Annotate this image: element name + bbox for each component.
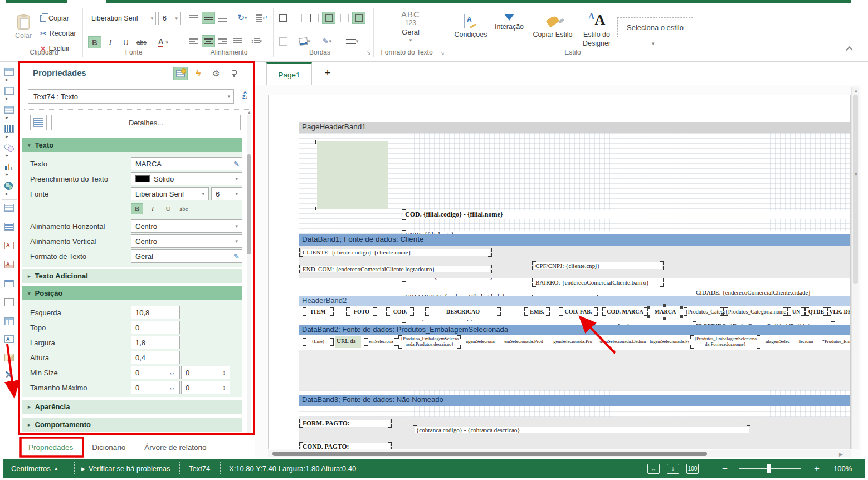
data2-cell[interactable]: *Produtos_Embala	[819, 339, 851, 345]
horizontal-scrollbar-thumb[interactable]	[272, 452, 707, 456]
add-page-button[interactable]: +	[321, 67, 334, 79]
select-style-caret[interactable]: ▾	[652, 41, 655, 46]
properties-view-button[interactable]	[173, 67, 188, 80]
data2-url-image-cell[interactable]: URL da	[335, 336, 361, 348]
field-form-pagto-value[interactable]: {cobranca.codigo} - {cobranca.descricao}	[415, 427, 749, 433]
maxsize-height-input[interactable]: 0↕	[181, 381, 230, 394]
tab-page1[interactable]: Page1	[266, 62, 312, 85]
shapes-icon[interactable]	[4, 144, 14, 151]
align-center-button[interactable]	[202, 35, 215, 47]
cut-button[interactable]: ✂Recortar	[40, 28, 76, 39]
data2-fornecedor-cell[interactable]: {Produtos_EmbalagemSelecionada.Fornecedo…	[692, 336, 759, 347]
logo-image-placeholder[interactable]	[317, 141, 388, 209]
column-header[interactable]: EMB.	[526, 308, 548, 315]
data2-cell[interactable]: {Line}	[304, 339, 332, 345]
horizontal-scrollbar[interactable]: ▶	[268, 450, 851, 457]
text-rotation-button[interactable]: ↻▾	[233, 12, 252, 24]
border-top-button[interactable]	[322, 12, 335, 24]
bold-button[interactable]: B	[88, 36, 101, 48]
vertical-scrollbar-thumb[interactable]	[853, 95, 858, 284]
designer-style-button[interactable]: AA Estilo doDesigner	[578, 12, 615, 48]
expander-icon[interactable]: ▶	[6, 96, 8, 100]
table-icon[interactable]	[4, 317, 14, 325]
line-spacing-button[interactable]: ↕▾	[246, 35, 266, 47]
chart-icon[interactable]	[4, 163, 13, 170]
align-middle-button[interactable]	[202, 12, 215, 24]
panel-icon[interactable]	[4, 280, 14, 287]
expander-icon[interactable]: ▶	[6, 192, 8, 195]
tools-icon[interactable]	[4, 370, 14, 378]
expander-icon[interactable]: ▶	[6, 77, 8, 81]
pin-panel-button[interactable]	[227, 67, 241, 80]
paste-button[interactable]: Colar	[11, 15, 36, 40]
column-header[interactable]: FOTO	[348, 308, 376, 315]
column-header[interactable]: UN	[789, 308, 803, 315]
fill-color-button[interactable]: ▾	[295, 35, 314, 47]
card-icon[interactable]	[4, 106, 14, 114]
details-button[interactable]: Detalhes...	[51, 115, 241, 130]
borders-dialog-launcher[interactable]: ↘	[367, 50, 371, 56]
zoom-out-button[interactable]: −	[722, 459, 728, 478]
align-bottom-button[interactable]	[216, 12, 230, 24]
zoom-in-button[interactable]: +	[814, 459, 820, 478]
field-cond-pagto-label[interactable]: COND. PAGTO:	[301, 443, 390, 449]
font-color-button[interactable]: A▾	[154, 36, 173, 48]
band-data3-title[interactable]: DataBand3; Fonte de dados: Não Nomeado	[299, 395, 851, 406]
interaction-button[interactable]: Interação	[491, 14, 527, 31]
section-aparencia[interactable]: ▸Aparência	[22, 400, 242, 414]
band-data1-title[interactable]: DataBand1; Fonte de dados: Cliente	[299, 234, 851, 246]
section-texto[interactable]: ▾Texto	[22, 138, 242, 152]
field-form-pagto-label[interactable]: FORM. PAGTO:	[301, 420, 390, 427]
format-edit-pencil-icon[interactable]: ✎	[231, 249, 242, 263]
scroll-up-icon[interactable]: ▲	[854, 88, 859, 94]
properties-scrollbar-thumb[interactable]	[247, 154, 251, 254]
underline-toggle[interactable]: U	[162, 203, 174, 214]
border-right-button[interactable]	[338, 12, 351, 24]
data2-cell[interactable]: gemSelecionada.Pro	[549, 339, 596, 345]
minsize-height-input[interactable]: 0↕	[181, 366, 230, 379]
border-bottom-button[interactable]	[352, 12, 365, 24]
column-header[interactable]: COD. FAB.	[560, 308, 596, 315]
field-cliente[interactable]: CLIENTE: {cliente.codigo}-{cliente.nome}	[301, 249, 490, 256]
column-header[interactable]: QTDE	[807, 308, 826, 315]
expander-icon[interactable]: ▶	[6, 153, 8, 157]
border-left-button[interactable]	[308, 12, 321, 24]
font-family-select[interactable]: Liberation Serif▾	[87, 12, 156, 25]
data2-cell[interactable]: agemSeleciona	[462, 339, 498, 345]
scroll-right-icon[interactable]: ▶	[839, 452, 843, 457]
expander-icon[interactable]: ▶	[6, 134, 8, 138]
italic-button[interactable]: I	[104, 36, 117, 48]
tab-dicionario[interactable]: Dicionário	[92, 443, 125, 452]
border-all-button[interactable]	[276, 12, 290, 24]
band-pageheader-title[interactable]: PageHeaderBand1	[299, 122, 851, 133]
maxsize-width-input[interactable]: 0↔	[131, 381, 180, 394]
font-size-select[interactable]: 6▾	[158, 12, 181, 25]
band-header2-title[interactable]: HeaderBand2	[299, 296, 851, 306]
column-header[interactable]: ITEM	[304, 308, 332, 315]
field-filial-cod[interactable]: COD. {filial.codigo} - {filial.nome}	[403, 210, 851, 219]
align-justify-button[interactable]	[231, 35, 244, 47]
border-none-button[interactable]	[291, 12, 304, 24]
minsize-width-input[interactable]: 0↔	[131, 366, 180, 379]
font-family-select[interactable]: Liberation Serif▾	[131, 187, 209, 200]
valign-select[interactable]: Centro▾	[131, 234, 242, 248]
text-lines-button[interactable]	[30, 115, 47, 130]
element-selector[interactable]: Text74 : Texto▾	[28, 89, 234, 104]
collapse-ribbon-button[interactable]	[847, 47, 852, 52]
band-data2-title[interactable]: DataBand2; Fonte de dados: Produtos_Emba…	[299, 325, 851, 335]
align-left-button[interactable]	[187, 35, 201, 47]
fit-page-button[interactable]: ↕	[667, 464, 679, 474]
field-cidade[interactable]: CIDADE: {enderecoComercialCliente.cidade…	[694, 289, 833, 296]
text-format-dialog-launcher[interactable]: ↘	[440, 50, 445, 56]
column-header-marca-selected[interactable]: MARCA	[652, 308, 679, 315]
column-header[interactable]: DESCRICAO	[427, 308, 499, 315]
field-end-com[interactable]: END. COM: {enderecoComercialCliente.logr…	[301, 266, 490, 272]
column-header[interactable]: {Produtos_Catego	[685, 308, 722, 315]
tab-propriedades[interactable]: Propriedades	[28, 443, 73, 452]
map-icon[interactable]	[4, 182, 13, 190]
settings-button[interactable]: ⚙	[209, 67, 223, 80]
data-text-icon[interactable]	[4, 335, 14, 343]
textbox-icon[interactable]	[4, 223, 14, 231]
section-posicao[interactable]: ▾Posição	[22, 286, 242, 300]
column-header[interactable]: {Produtos_Categoria.nome	[725, 308, 786, 315]
